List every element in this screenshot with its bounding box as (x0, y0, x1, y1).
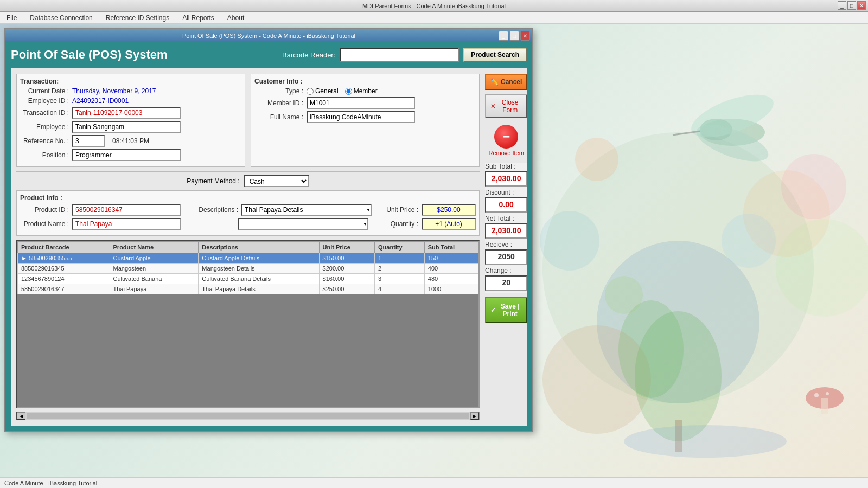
receive-label: Recieve : (485, 241, 527, 248)
mdi-controls: _ □ ✕ (499, 31, 530, 41)
net-total-label: Net Total : (485, 215, 527, 222)
cell-unit-price: $200.00 (319, 264, 374, 274)
mdi-title-text: Point Of Sale (POS) System - Code A Minu… (182, 33, 355, 39)
table-row[interactable]: ► 5850029035555 Custard Apple Custard Ap… (18, 253, 478, 264)
employee-input[interactable] (72, 121, 181, 133)
table-header: Product Barcode Product Name Description… (18, 242, 478, 253)
product-id-label: Product ID : (20, 206, 69, 214)
maximize-button[interactable]: □ (847, 1, 856, 10)
customer-type-radio-group: General Member (307, 87, 378, 95)
employee-label: Employee : (20, 123, 69, 131)
cell-quantity: 3 (375, 274, 425, 284)
scroll-track[interactable] (27, 413, 469, 419)
unit-price-input[interactable] (422, 204, 476, 216)
cell-quantity: 4 (375, 284, 425, 294)
member-id-label: Member ID : (254, 99, 303, 107)
menu-reference-id-settings[interactable]: Reference ID Settings (101, 13, 174, 23)
cancel-button[interactable]: ✏️ Cancel (485, 74, 527, 90)
change-label: Change : (485, 267, 527, 274)
cell-descriptions: Mangosteen Details (199, 264, 319, 274)
th-descriptions: Descriptions (199, 242, 319, 253)
pos-right-panel: ✏️ Cancel ✕ Close Form − (485, 74, 527, 420)
cell-name: Cultivated Banana (110, 274, 199, 284)
member-id-row: Member ID : (254, 97, 476, 109)
full-name-input[interactable] (307, 111, 415, 123)
scroll-right-arrow[interactable]: ▶ (470, 412, 479, 420)
descriptions-combo-2[interactable] (238, 218, 368, 230)
change-value: 20 (485, 275, 527, 291)
radio-member-input[interactable] (345, 88, 352, 95)
close-window-button[interactable]: ✕ (857, 1, 866, 10)
pos-body: Transaction: Current Date : Thursday, No… (11, 68, 527, 426)
payment-method-row: Payment Method : Cash Credit Card Transf… (16, 175, 480, 187)
quantity-row: Quantity : (380, 218, 476, 230)
th-barcode: Product Barcode (18, 242, 110, 253)
transaction-section: Transaction: Current Date : Thursday, No… (16, 74, 245, 167)
pos-title: Point Of Sale (POS) System (11, 48, 168, 62)
background-area: Point Of Sale (POS) System - Code A Minu… (0, 24, 868, 488)
menu-about[interactable]: About (223, 13, 248, 23)
horizontal-scrollbar[interactable]: ◀ ▶ (16, 412, 480, 420)
discount-value: 0.00 (485, 197, 527, 213)
sub-total-row: Sub Total : 2,030.00 (485, 163, 527, 187)
close-form-button[interactable]: ✕ Close Form (485, 94, 527, 118)
position-input[interactable] (72, 149, 181, 161)
product-id-col: Product ID : Product Name : (20, 204, 181, 232)
table-row[interactable]: 5850029016347 Thai Papaya Thai Papaya De… (18, 284, 478, 294)
radio-member-label: Member (354, 87, 378, 95)
status-bar: Code A Minute - iBasskung Tutorial (0, 477, 868, 488)
full-name-label: Full Name : (254, 113, 303, 121)
close-form-icon: ✕ (490, 102, 496, 110)
quantity-input[interactable] (422, 218, 476, 230)
table-row[interactable]: 1234567890124 Cultivated Banana Cultivat… (18, 274, 478, 284)
current-date-value: Thursday, November 9, 2017 (72, 87, 156, 95)
employee-id-label: Employee ID : (20, 97, 69, 105)
product-name-input[interactable] (72, 218, 181, 230)
radio-general[interactable]: General (307, 87, 339, 95)
descriptions-label: Descriptions : (189, 206, 238, 214)
mdi-window: Point Of Sale (POS) System - Code A Minu… (4, 28, 533, 432)
divider-1 (16, 171, 480, 172)
table-row[interactable]: 8850029016345 Mangosteen Mangosteen Deta… (18, 264, 478, 274)
reference-no-input[interactable] (72, 135, 105, 147)
customer-type-row: Type : General Member (254, 87, 476, 95)
cancel-label: Cancel (501, 78, 522, 86)
save-print-button[interactable]: ✓ Save | Print (485, 297, 527, 323)
mdi-minimize-button[interactable]: _ (499, 31, 508, 41)
radio-general-input[interactable] (307, 88, 314, 95)
minimize-button[interactable]: _ (838, 1, 846, 10)
radio-general-label: General (315, 87, 339, 95)
barcode-reader-input[interactable] (340, 48, 459, 62)
product-name-row: Product Name : (20, 218, 181, 230)
svg-point-15 (826, 392, 829, 395)
unit-price-row: Unit Price : (380, 204, 476, 216)
product-name-label: Product Name : (20, 220, 69, 228)
remove-item-circle: − (494, 125, 518, 149)
descriptions-combo[interactable]: Thai Papaya Details (241, 204, 372, 216)
svg-point-10 (618, 300, 684, 398)
change-row: Change : 20 (485, 267, 527, 291)
mdi-maximize-button[interactable]: □ (509, 31, 519, 41)
scroll-left-arrow[interactable]: ◀ (17, 412, 25, 420)
member-id-input[interactable] (307, 97, 415, 109)
cell-barcode: 1234567890124 (18, 274, 110, 284)
product-search-button[interactable]: Product Search (463, 48, 527, 62)
payment-method-select[interactable]: Cash Credit Card Transfer (244, 175, 309, 187)
descriptions-combo-wrapper: Thai Papaya Details ▼ (241, 204, 372, 216)
menu-file[interactable]: File (2, 13, 21, 23)
transaction-id-input[interactable] (72, 107, 181, 119)
mdi-close-button[interactable]: ✕ (520, 31, 530, 41)
cell-sub-total: 1000 (424, 284, 478, 294)
descriptions-row: Descriptions : Thai Papaya Details ▼ (189, 204, 372, 216)
menu-bar: File Database Connection Reference ID Se… (0, 12, 868, 24)
discount-row: Discount : 0.00 (485, 189, 527, 213)
table-body: ► 5850029035555 Custard Apple Custard Ap… (18, 253, 478, 294)
cell-descriptions: Cultivated Banana Details (199, 274, 319, 284)
status-bar-text: Code A Minute - iBasskung Tutorial (4, 480, 97, 486)
remove-item-button[interactable]: − Remove Item (485, 125, 527, 156)
radio-member[interactable]: Member (345, 87, 378, 95)
menu-all-reports[interactable]: All Reports (178, 13, 219, 23)
svg-point-7 (722, 214, 776, 268)
product-id-input[interactable] (72, 204, 181, 216)
menu-database-connection[interactable]: Database Connection (25, 13, 97, 23)
